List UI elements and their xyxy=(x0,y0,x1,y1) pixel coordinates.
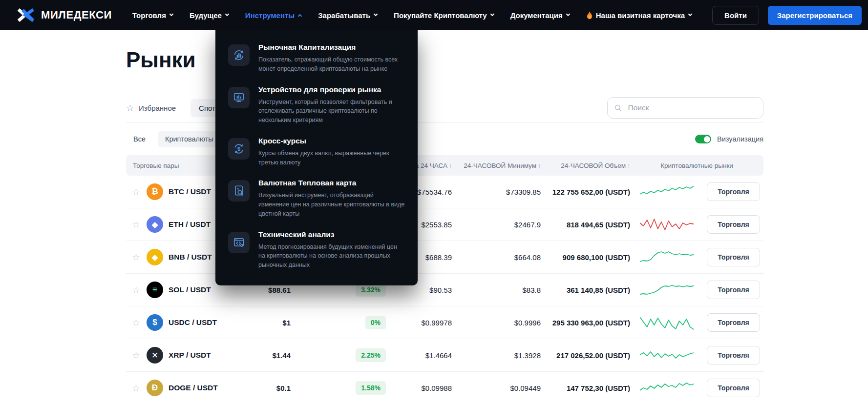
price-cell: $1 xyxy=(244,319,291,327)
filter-chip-2[interactable]: Криптовалюты xyxy=(158,131,221,147)
trade-button[interactable]: Торговля xyxy=(707,215,760,234)
register-button[interactable]: Зарегистрироваться xyxy=(768,6,862,25)
chevron-down-icon xyxy=(566,12,570,16)
change-badge: 2.25% xyxy=(356,348,386,362)
coin-icon: ◆ xyxy=(147,249,163,265)
visualization-label: Визуализация xyxy=(717,135,763,143)
trade-cell: Торговля xyxy=(703,313,763,332)
pair-cell[interactable]: ÐDOGE / USDT xyxy=(147,380,244,396)
nav-item-7[interactable]: Наша визитная карточка xyxy=(586,11,692,20)
price-cell: $88.61 xyxy=(244,286,291,294)
brand-name: МИЛЕДЕКСИ xyxy=(41,9,112,21)
heatmap-icon xyxy=(228,180,250,202)
volume-24h-cell: 147 752,30 (USDT) xyxy=(541,384,630,392)
column-header[interactable]: 24-ЧАСОВОЙ Минимум↑ xyxy=(452,162,541,169)
nav-item-2[interactable]: Будущее xyxy=(190,11,229,20)
favorite-star-icon[interactable]: ☆ xyxy=(126,383,147,394)
column-header: Криптовалютные рынки xyxy=(630,162,763,169)
nav-item-4[interactable]: Зарабатывать xyxy=(318,11,377,20)
nav-item-label: Зарабатывать xyxy=(318,11,370,20)
favorite-star-icon[interactable]: ☆ xyxy=(126,186,147,198)
sparkline-chart xyxy=(630,314,703,331)
nav-item-label: Торговля xyxy=(132,11,166,20)
menu-item-technical-analysis[interactable]: Технический анализМетод прогнозирования … xyxy=(215,224,418,276)
price-cell: $1.44 xyxy=(244,351,291,360)
chevron-down-icon xyxy=(169,12,173,16)
nav-item-label: Документация xyxy=(510,11,563,20)
nav-item-6[interactable]: Документация xyxy=(510,11,570,20)
pair-cell[interactable]: $USDC / USDT xyxy=(147,314,244,331)
nav-item-label: Покупайте Криптовалюту xyxy=(394,11,487,20)
change-cell: 0% xyxy=(291,316,386,329)
low-24h-cell: $83.8 xyxy=(452,286,541,294)
volume-24h-cell: 361 140,85 (USDT) xyxy=(541,286,630,294)
tab-favorites[interactable]: ☆ Избранное xyxy=(126,103,176,113)
nav-item-3[interactable]: Инструменты xyxy=(245,11,301,20)
trade-button[interactable]: Торговля xyxy=(707,379,760,397)
nav-item-label: Наша визитная карточка xyxy=(596,11,685,20)
nav-item-label: Будущее xyxy=(190,11,222,20)
menu-item-cross-rates[interactable]: $Кросс-курсыКурсы обмена двух валют, выр… xyxy=(215,131,418,173)
main-nav: ТорговляБудущееИнструментыЗарабатыватьПо… xyxy=(132,11,692,20)
menu-item-description: Визуальный инструмент, отображающий изме… xyxy=(258,191,405,218)
trade-button[interactable]: Торговля xyxy=(707,281,760,299)
coin-icon: ₿ xyxy=(147,183,163,200)
pair-label: BNB / USDT xyxy=(169,253,212,262)
cross-rates-icon: $ xyxy=(228,138,250,160)
login-button[interactable]: Войти xyxy=(712,6,759,25)
high-24h-cell: $0.09988 xyxy=(386,384,452,392)
low-24h-cell: $73309.85 xyxy=(452,188,541,196)
column-header-label: 24-ЧАСОВОЙ Минимум xyxy=(464,162,536,169)
column-header-label: 24-ЧАСОВОЙ Объем xyxy=(561,162,626,169)
trade-button[interactable]: Торговля xyxy=(707,346,760,364)
trade-button[interactable]: Торговля xyxy=(707,248,760,266)
sparkline-chart xyxy=(630,249,703,265)
coin-icon: Ð xyxy=(147,380,163,396)
favorite-star-icon[interactable]: ☆ xyxy=(126,219,147,230)
menu-item-market-screener[interactable]: Устройство для проверки рынкаИнструмент,… xyxy=(215,80,418,131)
high-24h-cell: $90.53 xyxy=(386,286,452,294)
brand-logo[interactable]: МИЛЕДЕКСИ xyxy=(17,8,112,22)
coin-icon: ≡ xyxy=(147,282,163,298)
favorite-star-icon[interactable]: ☆ xyxy=(126,317,147,328)
visualization-toggle[interactable] xyxy=(695,135,711,143)
brand-x-icon xyxy=(17,8,35,22)
favorite-star-icon[interactable]: ☆ xyxy=(126,284,147,296)
search-input[interactable] xyxy=(627,103,756,113)
nav-item-1[interactable]: Торговля xyxy=(132,11,173,20)
high-24h-cell: $0.99978 xyxy=(386,319,452,327)
menu-item-text: Кросс-курсыКурсы обмена двух валют, выра… xyxy=(258,137,405,167)
flame-icon xyxy=(586,11,593,20)
trade-button[interactable]: Торговля xyxy=(707,313,760,332)
menu-item-title: Кросс-курсы xyxy=(258,137,405,145)
pair-label: ETH / USDT xyxy=(169,220,211,229)
column-header[interactable]: 24-ЧАСОВОЙ Объем↑ xyxy=(541,162,630,169)
sparkline-chart xyxy=(630,347,703,364)
filter-chip-1[interactable]: Все xyxy=(126,131,153,147)
menu-item-description: Показатель, отражающий общую стоимость в… xyxy=(258,55,405,74)
sparkline-chart xyxy=(630,282,703,298)
menu-item-text: Технический анализМетод прогнозирования … xyxy=(258,230,405,270)
coin-icon: ◆ xyxy=(147,216,163,233)
chevron-down-icon xyxy=(688,12,692,16)
change-cell: 2.25% xyxy=(291,348,386,362)
pair-cell[interactable]: ✕XRP / USDT xyxy=(147,347,244,364)
nav-item-5[interactable]: Покупайте Криптовалюту xyxy=(394,11,494,20)
favorite-star-icon[interactable]: ☆ xyxy=(126,350,147,361)
sparkline-chart xyxy=(630,183,703,200)
visualization-control: Визуализация xyxy=(695,135,763,143)
menu-item-heatmap[interactable]: Валютная Тепловая картаВизуальный инстру… xyxy=(215,173,418,224)
search-icon xyxy=(614,104,622,112)
pair-label: XRP / USDT xyxy=(169,351,211,360)
svg-text:$: $ xyxy=(237,146,240,152)
favorite-star-icon[interactable]: ☆ xyxy=(126,252,147,263)
header-actions: Войти Зарегистрироваться EN xyxy=(712,6,868,25)
coin-icon: $ xyxy=(147,314,163,331)
menu-item-text: Устройство для проверки рынкаИнструмент,… xyxy=(258,85,405,125)
coin-icon: ✕ xyxy=(147,347,163,364)
menu-item-market-cap[interactable]: Рыночная КапитализацияПоказатель, отража… xyxy=(215,37,418,80)
menu-item-description: Метод прогнозирования будущих изменений … xyxy=(258,242,405,270)
change-cell: 1.58% xyxy=(291,381,386,395)
table-row: ☆✕XRP / USDT$1.442.25%$1.4664$1.3928217 … xyxy=(126,339,763,372)
trade-button[interactable]: Торговля xyxy=(707,182,760,201)
